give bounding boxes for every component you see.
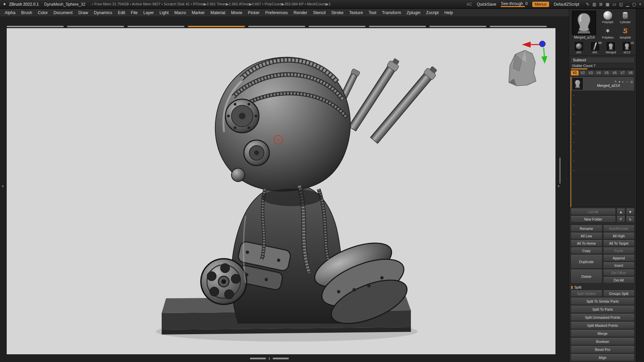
subtool-paint-icon[interactable]: ✎ [614, 80, 617, 83]
tool-thumb-a01[interactable]: a01 [572, 42, 586, 54]
all-high-button[interactable]: All High [603, 233, 635, 239]
menu-preferences[interactable]: Preferences [265, 10, 288, 15]
viewport-canvas[interactable] [7, 28, 555, 354]
folder-move-up-button[interactable]: ↱ [616, 216, 625, 223]
split-hidden-button[interactable]: Split Hidden [571, 290, 602, 297]
subtool-header[interactable]: Subtool [571, 57, 635, 63]
tray-divider-handle[interactable] [309, 26, 366, 27]
tool-thumb-polymesh-star[interactable]: ✶ PolyMes [599, 26, 616, 41]
menu-brush[interactable]: Brush [21, 10, 32, 15]
copy-button[interactable]: Copy [571, 247, 602, 254]
menu-picker[interactable]: Picker [248, 10, 260, 15]
subtool-solo-icon[interactable]: ● [619, 80, 620, 83]
split-to-similar-parts-button[interactable]: Split To Similar Parts [571, 298, 635, 305]
tray-divider-handle[interactable] [67, 26, 124, 27]
split-to-parts-button[interactable]: Split To Parts [571, 306, 635, 313]
menu-layer[interactable]: Layer [143, 10, 154, 15]
autoreorder-button[interactable]: AutoReorder [603, 225, 635, 232]
menu-stroke[interactable]: Stroke [331, 10, 343, 15]
split-section-header[interactable]: Split [571, 284, 635, 290]
menu-stencil[interactable]: Stencil [313, 10, 326, 15]
menu-edit[interactable]: Edit [118, 10, 125, 15]
see-through-slider-bar[interactable] [501, 6, 525, 7]
tab-v8[interactable]: V8 [627, 70, 634, 75]
menu-help[interactable]: Help [444, 10, 453, 15]
menu-file[interactable]: File [131, 10, 138, 15]
tool-thumb-merged[interactable]: Merged [604, 42, 618, 54]
del-all-button[interactable]: Del All [603, 277, 635, 284]
folder-move-down-button[interactable]: ↳ [626, 216, 635, 223]
subtool-item-selected[interactable]: ✎ ● ◐ ⋯ ◎ Merged_a214 [571, 77, 634, 91]
menu-color[interactable]: Color [38, 10, 48, 15]
tab-v3[interactable]: V3 [587, 70, 595, 75]
split-masked-points-button[interactable]: Split Masked Points [571, 322, 635, 329]
subtool-move-down-button[interactable]: ▼ [626, 208, 635, 215]
split-unmasked-points-button[interactable]: Split Unmasked Points [571, 314, 635, 321]
menu-texture[interactable]: Texture [349, 10, 363, 15]
all-to-home-button[interactable]: All To Home [571, 240, 602, 247]
sculpture[interactable] [201, 57, 439, 333]
menu-document[interactable]: Document [54, 10, 73, 15]
tool-thumb-polysphere[interactable]: PolySph [599, 11, 616, 25]
tray-divider-handle[interactable] [369, 26, 426, 27]
see-through-slider[interactable]: See-through 0 [501, 1, 527, 7]
menu-dynamics[interactable]: Dynamics [94, 10, 112, 15]
rename-button[interactable]: Rename [571, 225, 602, 232]
del-other-button[interactable]: Del Other [603, 269, 635, 276]
merge-button[interactable]: Merge [571, 330, 635, 337]
stylus-icon[interactable]: ✎ [586, 2, 589, 7]
paste-button[interactable]: Paste [603, 247, 635, 254]
corner-layout-icon[interactable]: ◱ [619, 2, 623, 7]
tab-v7[interactable]: V7 [619, 70, 627, 75]
tablet-icon[interactable]: ▥ [592, 2, 596, 7]
scroll-down-icon[interactable]: ▾ [269, 358, 270, 360]
tab-v4[interactable]: V4 [595, 70, 602, 75]
subtool-move-up-button[interactable]: ▲ [616, 208, 625, 215]
menu-light[interactable]: Light [160, 10, 169, 15]
grid-icon[interactable]: ▦ [605, 2, 609, 7]
tool-thumb-simplebrush[interactable]: S SimpleB [617, 26, 634, 41]
tab-v2[interactable]: V2 [579, 70, 587, 75]
tray-divider-handle[interactable] [429, 26, 486, 27]
all-to-target-button[interactable]: All To Target [603, 240, 635, 247]
menu-draw[interactable]: Draw [78, 10, 88, 15]
duplicate-button[interactable]: Duplicate [571, 255, 602, 269]
v-scrollbar-thumb[interactable] [559, 158, 560, 184]
tray-divider-handle[interactable] [248, 26, 305, 27]
close-button[interactable]: × [639, 2, 641, 7]
menus-toggle-button[interactable]: Menus [532, 2, 549, 7]
tool-thumb-a213[interactable]: 13 a213 [620, 42, 634, 54]
quicksave-button[interactable]: QuickSave [477, 2, 496, 7]
tab-v5[interactable]: V5 [603, 70, 610, 75]
tool-thumb-a91[interactable]: 50 a91 [588, 42, 602, 54]
visible-count-track[interactable] [571, 68, 634, 69]
menu-material[interactable]: Material [210, 10, 225, 15]
subtool-eye-icon[interactable]: ◎ [630, 80, 633, 83]
tray-divider-handle[interactable] [7, 26, 64, 27]
menu-tool[interactable]: Tool [369, 10, 376, 15]
menu-movie[interactable]: Movie [231, 10, 242, 15]
menu-zscript[interactable]: Zscript [426, 10, 439, 15]
menu-transform[interactable]: Transform [382, 10, 401, 15]
subtool-more-icon[interactable]: ⋯ [626, 80, 629, 83]
bevel-pro-button[interactable]: Bevel Pro [571, 346, 635, 353]
groups-split-button[interactable]: Groups Split [603, 290, 635, 297]
visible-count-slider[interactable]: Visible Count 7 [571, 63, 635, 68]
delete-button[interactable]: Delete [571, 269, 602, 284]
menu-marker[interactable]: Marker [192, 10, 205, 15]
h-scrollbar-right[interactable] [273, 358, 289, 359]
minimize-button[interactable]: ▁ [626, 2, 629, 7]
align-button[interactable]: Align [571, 354, 635, 361]
menu-render[interactable]: Render [293, 10, 307, 15]
menu-zplugin[interactable]: Zplugin [407, 10, 420, 15]
tool-thumb-cylinder[interactable]: Cylinder [617, 11, 634, 25]
tray-divider-handle-active[interactable] [188, 26, 245, 27]
active-tool-thumbnail[interactable] [572, 11, 596, 35]
new-folder-button[interactable]: New Folder [571, 216, 616, 223]
default-zscript-button[interactable]: DefaultZScript [554, 2, 579, 7]
subtool-polyframe-icon[interactable]: ◐ [622, 80, 624, 83]
h-scrollbar-left[interactable] [250, 358, 266, 359]
tray-divider-handle[interactable] [127, 26, 184, 27]
list-all-button[interactable]: List All [571, 208, 616, 215]
right-tray-open-icon[interactable]: ► [557, 184, 560, 188]
